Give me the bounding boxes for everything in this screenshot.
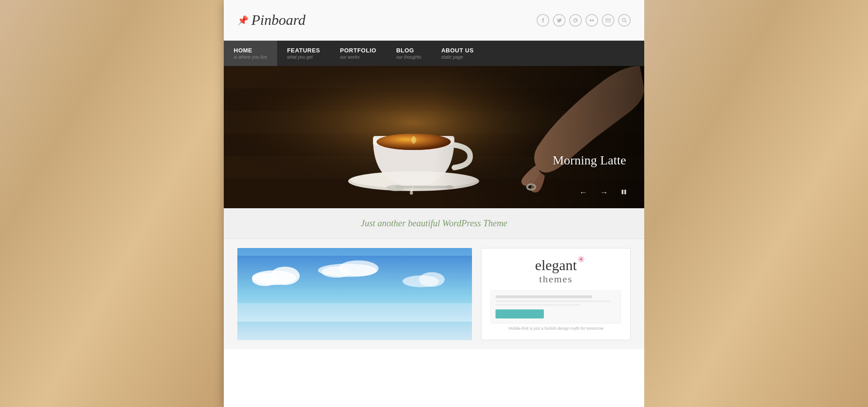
logo-text: Pinboard — [251, 12, 306, 28]
svg-rect-26 — [624, 190, 626, 194]
themes-text: themes — [535, 273, 577, 285]
pin-icon: 📌 — [237, 15, 249, 26]
nav-sublabel-about: static page — [441, 55, 474, 60]
svg-point-1 — [590, 19, 591, 21]
elegant-subtitle-text: Mobile-first is just a foolish design my… — [509, 326, 604, 331]
nav-item-blog[interactable]: BLOG our thoughts — [386, 41, 431, 66]
content-area: elegant ✳ themes Mobile-first is just a … — [224, 239, 644, 349]
nav-item-home[interactable]: HOME is where you live — [224, 41, 277, 66]
nav-label-portfolio: PORTFOLIO — [340, 47, 376, 54]
nav-sublabel-blog: our thoughts — [396, 55, 421, 60]
search-icon[interactable] — [618, 14, 631, 27]
site-logo: 📌 Pinboard — [237, 12, 306, 28]
wood-left — [0, 0, 224, 407]
email-icon[interactable] — [602, 14, 614, 27]
nav-item-features[interactable]: FEATURES what you get — [277, 41, 330, 66]
nav-label-home: HOME — [234, 47, 267, 54]
svg-rect-25 — [622, 190, 623, 194]
elegant-themes-logo: elegant ✳ themes — [535, 257, 577, 285]
tagline-text: Just another beautiful WordPress Theme — [361, 218, 507, 228]
svg-point-35 — [419, 272, 445, 286]
svg-point-30 — [252, 273, 278, 286]
svg-point-2 — [592, 19, 594, 21]
main-nav: HOME is where you live FEATURES what you… — [224, 41, 644, 66]
wood-right — [644, 0, 868, 407]
nav-sublabel-portfolio: our works — [340, 55, 376, 60]
svg-point-33 — [322, 267, 351, 277]
social-icons-bar — [537, 14, 631, 27]
svg-rect-36 — [237, 303, 472, 322]
hero-next-button[interactable]: → — [596, 186, 612, 199]
flickr-icon[interactable] — [585, 14, 598, 27]
nav-label-blog: BLOG — [396, 47, 421, 54]
nav-item-portfolio[interactable]: PORTFOLIO our works — [330, 41, 386, 66]
page-container: 📌 Pinboard — [0, 0, 868, 407]
content-card-sky — [237, 248, 472, 340]
svg-line-5 — [625, 21, 627, 23]
elegant-star-icon: ✳ — [577, 254, 585, 265]
pinterest-icon[interactable] — [569, 14, 582, 27]
hero-prev-button[interactable]: ← — [576, 186, 591, 199]
nav-sublabel-features: what you get — [287, 55, 320, 60]
content-card-elegant: elegant ✳ themes Mobile-first is just a … — [481, 248, 631, 340]
tagline-bar: Just another beautiful WordPress Theme — [224, 208, 644, 239]
nav-item-about[interactable]: ABOUT US static page — [431, 41, 484, 66]
hero-controls: ← → — [576, 186, 631, 199]
hero-slider: Morning Latte ← → — [224, 66, 644, 208]
sky-image — [237, 248, 472, 329]
facebook-icon[interactable] — [537, 14, 549, 27]
svg-point-4 — [623, 18, 626, 21]
hero-pause-button[interactable] — [617, 187, 631, 198]
nav-sublabel-home: is where you live — [234, 55, 267, 60]
twitter-icon[interactable] — [553, 14, 566, 27]
hero-slide-title: Morning Latte — [552, 153, 626, 168]
nav-label-features: FEATURES — [287, 47, 320, 54]
site-header: 📌 Pinboard — [224, 0, 644, 41]
sky-background — [237, 248, 472, 340]
nav-label-about: ABOUT US — [441, 47, 474, 54]
site-wrapper: 📌 Pinboard — [224, 0, 644, 407]
elegant-text: elegant — [535, 257, 577, 273]
